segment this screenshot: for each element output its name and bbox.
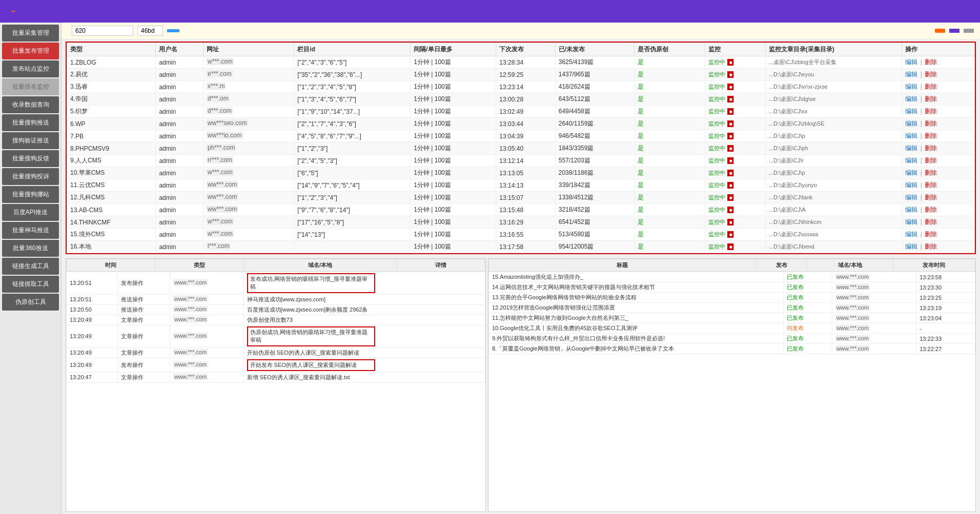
sidebar-item-10[interactable]: 百度API推送 [2, 204, 59, 221]
edit-link[interactable]: 编辑 [905, 95, 917, 102]
sidebar-item-4[interactable]: 收录数据查询 [2, 96, 59, 113]
right-table-body: 15.Amazonlisting强化追上加强排办_ 已发布 www.***.co… [488, 272, 975, 354]
monitor-stop-btn[interactable]: ■ [727, 157, 733, 164]
edit-link[interactable]: 编辑 [905, 83, 917, 90]
edit-link[interactable]: 编辑 [905, 206, 917, 213]
edit-link[interactable]: 编辑 [905, 145, 917, 152]
cell-count: 643/5112篇 [555, 93, 635, 106]
edit-link[interactable]: 编辑 [905, 169, 917, 176]
edit-link[interactable]: 编辑 [905, 58, 917, 66]
monitor-stop-btn[interactable]: ■ [727, 145, 733, 152]
sidebar-item-13[interactable]: 链接生成工具 [2, 258, 59, 275]
delete-link[interactable]: 删除 [925, 218, 937, 225]
cell-columns: ["9","7","6","8","14"] [294, 204, 411, 216]
right-scroll[interactable]: 15.Amazonlisting强化追上加强排办_ 已发布 www.***.co… [488, 272, 975, 511]
sidebar-item-11[interactable]: 批量神马推送 [2, 222, 59, 239]
edit-link[interactable]: 编辑 [905, 108, 917, 115]
cell-interval: 1分钟 | 100篇 [411, 216, 496, 229]
delete-link[interactable]: 删除 [925, 108, 937, 115]
sidebar-item-2[interactable]: 发布站点监控 [2, 60, 59, 77]
edit-link[interactable]: 编辑 [905, 120, 917, 127]
cell-url: ww***.com [203, 179, 294, 192]
delete-link[interactable]: 删除 [925, 243, 937, 250]
monitor-stop-btn[interactable]: ■ [727, 194, 733, 201]
sidebar: 批量采集管理批量发布管理发布站点监控批量排名监控收录数据查询批量搜狗推送搜狗验证… [0, 23, 62, 514]
delete-link[interactable]: 删除 [925, 231, 937, 238]
cell-dir: ...D:\桌面\CJ\xx [765, 106, 902, 118]
num-input[interactable] [137, 26, 163, 36]
cell-url: rr***.com [203, 155, 294, 167]
cell-user: admin [156, 216, 203, 229]
delete-link[interactable]: 删除 [925, 181, 937, 189]
save-button[interactable] [167, 29, 179, 32]
delete-link[interactable]: 删除 [925, 58, 937, 66]
monitor-stop-btn[interactable]: ■ [727, 96, 733, 102]
cell-count: 339/1842篇 [555, 179, 635, 192]
delete-link[interactable]: 删除 [925, 194, 937, 201]
monitor-stop-btn[interactable]: ■ [727, 231, 733, 238]
clear-button[interactable] [964, 29, 974, 33]
monitor-stop-btn[interactable]: ■ [727, 170, 733, 176]
edit-link[interactable]: 编辑 [905, 231, 917, 238]
delete-link[interactable]: 删除 [925, 206, 937, 213]
edit-link[interactable]: 编辑 [905, 218, 917, 225]
cell-monitor: 监控中 ■ [705, 241, 765, 253]
sidebar-item-15[interactable]: 伪原创工具 [2, 294, 59, 311]
token-input[interactable] [72, 26, 133, 36]
table-row: 14.THINKCMF admin w***.com ["17","16","5… [67, 216, 975, 229]
monitor-stop-btn[interactable]: ■ [727, 182, 733, 189]
delete-link[interactable]: 删除 [925, 71, 937, 78]
sidebar-item-5[interactable]: 批量搜狗推送 [2, 114, 59, 131]
right-time: 13:23:19 [916, 303, 975, 313]
sidebar-item-6[interactable]: 搜狗验证推送 [2, 132, 59, 149]
delete-link[interactable]: 删除 [925, 83, 937, 90]
cell-interval: 1分钟 | 100篇 [411, 142, 496, 155]
sidebar-item-1[interactable]: 批量发布管理 [2, 43, 59, 59]
edit-link[interactable]: 编辑 [905, 243, 917, 250]
monitor-stop-btn[interactable]: ■ [727, 108, 733, 115]
edit-link[interactable]: 编辑 [905, 157, 917, 164]
cell-interval: 1分钟 | 100篇 [411, 155, 496, 167]
sidebar-item-14[interactable]: 链接抓取工具 [2, 276, 59, 293]
sidebar-item-9[interactable]: 批量搜狗挪站 [2, 186, 59, 203]
edit-link[interactable]: 编辑 [905, 194, 917, 201]
cell-interval: 1分钟 | 100篇 [411, 130, 496, 142]
monitor-stop-btn[interactable]: ■ [727, 84, 733, 90]
delete-link[interactable]: 删除 [925, 157, 937, 164]
table-row: 6.WP admin ww***seo.com ["2","1","7","4"… [67, 118, 975, 130]
monitor-stop-btn[interactable]: ■ [727, 120, 733, 127]
cell-action: 编辑 | 删除 [902, 229, 975, 241]
table-row: 1.ZBLOG admin w***.com ["2","4","3","6",… [67, 56, 975, 69]
sidebar-item-12[interactable]: 批量360推送 [2, 240, 59, 257]
notice-bar [62, 23, 980, 39]
cell-next: 13:23:14 [496, 81, 555, 93]
delete-link[interactable]: 删除 [925, 120, 937, 127]
sidebar-item-7[interactable]: 批量搜狗反馈 [2, 150, 59, 167]
edit-link[interactable]: 编辑 [905, 132, 917, 139]
pseudo-button[interactable] [949, 29, 959, 33]
delete-link[interactable]: 删除 [925, 169, 937, 176]
edit-link[interactable]: 编辑 [905, 71, 917, 78]
delete-link[interactable]: 删除 [925, 132, 937, 139]
delete-link[interactable]: 删除 [925, 95, 937, 102]
monitor-stop-btn[interactable]: ■ [727, 59, 733, 66]
monitor-stop-btn[interactable]: ■ [727, 243, 733, 250]
monitor-stop-btn[interactable]: ■ [727, 219, 733, 225]
right-title: 9.外贸以获取铸构形式有什么样_外贸出口信用卡业务应用软件是必选! [489, 334, 784, 344]
delete-link[interactable]: 删除 [925, 145, 937, 152]
right-col-title: 标题 [489, 259, 757, 272]
monitor-stop-btn[interactable]: ■ [727, 207, 733, 213]
cell-columns: ["4","5","8","6","7","9"...] [294, 130, 411, 142]
edit-link[interactable]: 编辑 [905, 181, 917, 189]
sidebar-item-8[interactable]: 批量搜狗投诉 [2, 168, 59, 185]
cell-interval: 1分钟 | 100篇 [411, 56, 496, 69]
monitor-stop-btn[interactable]: ■ [727, 133, 733, 139]
log-scroll[interactable]: 13:20:51 发布操作 www.***.com 发布成功,网络营销的吸睛坏习… [66, 272, 485, 511]
new-site-button[interactable] [935, 29, 945, 33]
cell-next: 13:05:40 [496, 142, 555, 155]
cell-dir: ...D:\桌面\CJ\bend [765, 241, 902, 253]
monitor-stop-btn[interactable]: ■ [727, 71, 733, 78]
log-detail: 开始发布 SEO的诱人课区_搜索量问题解读 [243, 358, 485, 372]
sidebar-item-0[interactable]: 批量采集管理 [2, 25, 59, 42]
cell-action: 编辑 | 删除 [902, 106, 975, 118]
